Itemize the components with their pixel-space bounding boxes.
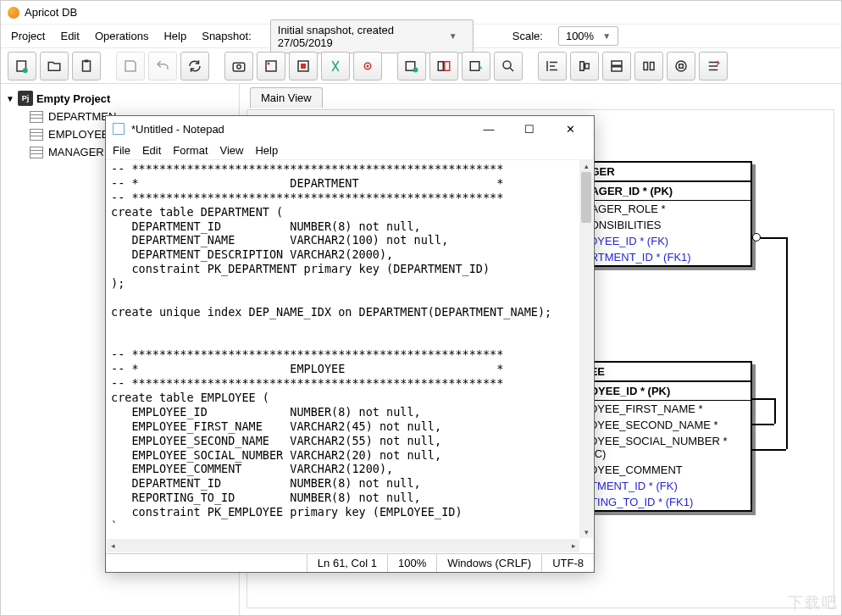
- entity-col: LOYEE_ID * (FK): [576, 233, 751, 249]
- tool-compare[interactable]: [429, 52, 458, 80]
- connector: [752, 449, 786, 451]
- notepad-window[interactable]: *Untitled - Notepad — ☐ ✕ File Edit Form…: [105, 115, 595, 573]
- np-menu-help[interactable]: Help: [255, 144, 278, 157]
- scrollbar-vertical[interactable]: ▴ ▾: [579, 160, 593, 538]
- tool-align-right[interactable]: [667, 52, 695, 80]
- notepad-icon: [113, 123, 125, 135]
- expand-icon: ▼: [6, 94, 14, 103]
- svg-rect-16: [470, 61, 479, 70]
- entity-pk: LOYEE_ID * (PK): [576, 382, 751, 401]
- scroll-left-icon[interactable]: ◂: [107, 539, 119, 552]
- svg-rect-19: [585, 64, 590, 69]
- entity-col: LOYEE_FIRST_NAME *: [576, 401, 751, 417]
- np-menu-file[interactable]: File: [113, 144, 130, 157]
- tool-camera[interactable]: [224, 52, 253, 80]
- menu-help[interactable]: Help: [163, 30, 186, 42]
- scroll-right-icon[interactable]: ▸: [568, 539, 579, 552]
- scale-select[interactable]: 100% ▼: [558, 26, 618, 46]
- chevron-down-icon: ▼: [602, 31, 611, 41]
- tool-frame[interactable]: [257, 52, 285, 80]
- connector: [786, 237, 788, 449]
- svg-rect-4: [233, 63, 245, 71]
- tool-align-middle[interactable]: [602, 52, 631, 80]
- svg-rect-20: [612, 61, 622, 65]
- entity-manager[interactable]: AGER NAGER_ID * (PK) NAGER_ROLE * PONSIB…: [574, 161, 752, 267]
- tool-reset[interactable]: [699, 52, 728, 80]
- tool-search[interactable]: [494, 52, 523, 80]
- scroll-thumb[interactable]: [581, 172, 591, 223]
- tool-align-center[interactable]: [570, 52, 599, 80]
- menubar: Project Edit Operations Help Snapshot: I…: [1, 25, 841, 48]
- watermark: 下载吧: [788, 592, 839, 613]
- tool-add-table[interactable]: [397, 52, 426, 80]
- svg-rect-21: [612, 66, 622, 70]
- entity-pk: NAGER_ID * (PK): [576, 182, 751, 201]
- svg-point-13: [413, 67, 418, 72]
- tool-align-left[interactable]: [538, 52, 567, 80]
- entity-employee[interactable]: YEE LOYEE_ID * (PK) LOYEE_FIRST_NAME * L…: [574, 361, 752, 512]
- menu-operations[interactable]: Operations: [95, 30, 149, 42]
- menu-edit[interactable]: Edit: [60, 30, 79, 42]
- connector: [752, 398, 774, 400]
- svg-rect-25: [679, 64, 684, 68]
- svg-point-5: [237, 64, 241, 69]
- project-name: Empty Project: [36, 92, 110, 105]
- notepad-titlebar[interactable]: *Untitled - Notepad — ☐ ✕: [106, 116, 594, 142]
- tree-root[interactable]: ▼ Pj Empty Project: [4, 89, 235, 108]
- entity-header: AGER: [576, 163, 751, 182]
- np-menu-format[interactable]: Format: [173, 144, 208, 157]
- scroll-down-icon[interactable]: ▾: [579, 526, 593, 538]
- svg-rect-3: [85, 59, 89, 62]
- tool-diff[interactable]: [321, 52, 350, 80]
- svg-rect-15: [445, 61, 450, 70]
- tool-refresh[interactable]: [180, 52, 209, 80]
- notepad-statusbar: Ln 61, Col 1 100% Windows (CRLF) UTF-8: [106, 553, 594, 572]
- entity-col: LOYEE_SECOND_NAME *: [576, 417, 751, 433]
- tool-branch[interactable]: [462, 52, 490, 80]
- table-icon: [30, 129, 43, 141]
- entity-col: LOYEE_COMMENT: [576, 462, 751, 478]
- entity-col: RTMENT_ID * (FK): [576, 478, 751, 494]
- connector: [774, 398, 776, 424]
- tool-save[interactable]: [116, 52, 145, 80]
- svg-point-7: [268, 62, 270, 64]
- tool-crop[interactable]: [289, 52, 318, 80]
- table-icon: [30, 111, 43, 123]
- connector-circle: [752, 233, 761, 241]
- snapshot-select[interactable]: Initial snapshot, created 27/05/2019 ▼: [270, 19, 474, 53]
- scroll-up-icon[interactable]: ▴: [579, 160, 593, 172]
- app-title: Apricot DB: [25, 6, 77, 19]
- notepad-menubar: File Edit Format View Help: [106, 142, 594, 160]
- entity-header: YEE: [576, 363, 751, 382]
- notepad-textarea[interactable]: -- *************************************…: [106, 160, 594, 553]
- tool-clipboard[interactable]: [72, 52, 101, 80]
- svg-rect-14: [438, 61, 443, 70]
- minimize-button[interactable]: —: [472, 117, 506, 141]
- status-encoding: UTF-8: [541, 554, 594, 572]
- status-position: Ln 61, Col 1: [307, 554, 387, 572]
- tool-undo[interactable]: [148, 52, 177, 80]
- tool-open[interactable]: [40, 52, 69, 80]
- svg-rect-22: [644, 62, 648, 69]
- tool-commit[interactable]: [353, 52, 382, 80]
- app-icon: [8, 7, 19, 19]
- svg-point-1: [23, 68, 28, 73]
- connector: [752, 424, 774, 425]
- svg-point-17: [503, 61, 511, 69]
- notepad-title: *Untitled - Notepad: [131, 123, 224, 136]
- canvas-tab[interactable]: Main View: [250, 87, 323, 108]
- chevron-down-icon: ▼: [449, 31, 457, 41]
- entity-col: RTING_TO_ID * (FK1): [576, 494, 751, 510]
- np-menu-edit[interactable]: Edit: [142, 144, 161, 157]
- entity-col: PONSIBILITIES: [576, 217, 751, 233]
- np-menu-view[interactable]: View: [220, 144, 244, 157]
- status-zoom: 100%: [387, 554, 436, 572]
- maximize-button[interactable]: ☐: [512, 117, 546, 141]
- close-button[interactable]: ✕: [553, 117, 587, 141]
- scrollbar-horizontal[interactable]: ◂ ▸: [107, 539, 579, 552]
- menu-project[interactable]: Project: [11, 30, 45, 42]
- scale-label: Scale:: [512, 30, 543, 42]
- tool-align-dist[interactable]: [634, 52, 663, 80]
- toolbar: [1, 48, 841, 84]
- tool-new[interactable]: [8, 52, 36, 80]
